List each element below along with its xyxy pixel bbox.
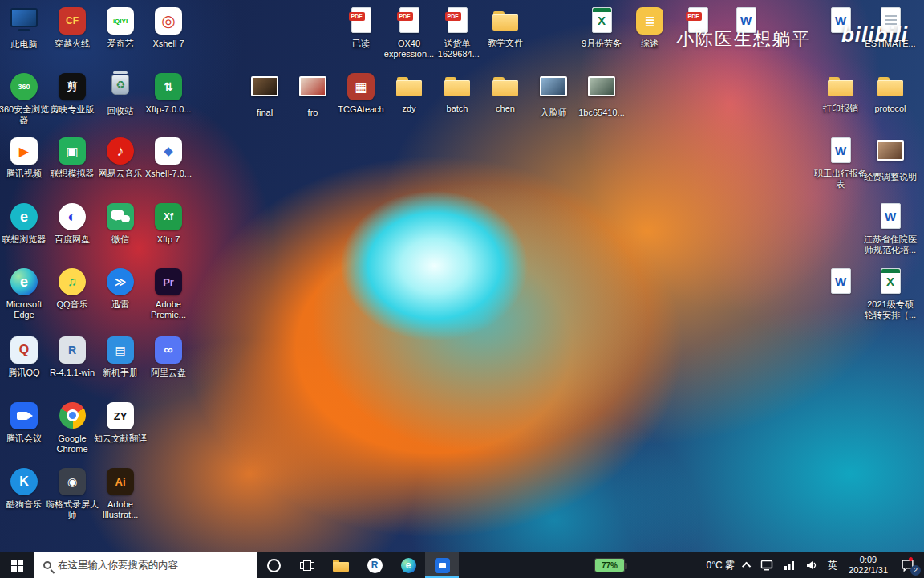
desktop-icon-label: 1bc65410... [573,108,630,118]
input-language-indicator[interactable]: 英 [823,552,842,578]
search-icon [43,561,51,569]
tile-icon: ∞ [154,336,183,365]
tile-icon: ◆ [154,137,183,166]
tile-icon: Q [10,336,38,365]
desktop-icon[interactable]: ⇅Xftp-7.0.0... [140,72,197,115]
tile-icon: Xf [154,203,183,232]
tile-icon: ⇅ [154,73,183,102]
desktop-icon-label: 江苏省住院医师规范化培... [861,234,919,255]
notification-red-dot [909,557,913,561]
pdf-icon: PDF [443,7,472,36]
start-button[interactable] [0,552,34,578]
folder-icon [876,72,905,101]
taskbar-left-group: Re [0,552,459,578]
tile-icon: ZY [106,402,135,431]
recycle-icon: ♻ [106,75,135,104]
battery-nub [625,563,627,569]
image-icon [587,76,616,105]
desktop-icon[interactable]: 1bc65410... [573,72,630,118]
taskbar-app-task-view[interactable] [290,552,324,578]
desktop-icon[interactable]: XfXftp 7 [140,202,197,245]
folder-icon [443,72,472,101]
folder-icon [491,72,520,101]
clock-date: 2022/1/31 [849,565,888,576]
desktop-icon-label: AdobeIllustrat... [91,499,149,520]
tile-icon: iQIYI [106,7,135,36]
desktop-icon[interactable]: 经费调整说明 [861,136,919,182]
tile-icon: CF [58,7,87,36]
taskbar-app-edge[interactable]: e [391,552,425,578]
taskbar-app-cortana[interactable] [257,552,290,578]
capture-app-icon [435,558,450,573]
chrome-icon [58,402,87,431]
image-icon [250,76,279,105]
search-input[interactable] [58,560,242,571]
task-view-icon [300,560,314,571]
tile-icon: 剪 [58,73,87,102]
battery-percent: 77% [602,561,618,570]
taskbar: Re 77% 0°C 雾 英 0:09 2022/1/31 [0,552,924,578]
desktop-icon-label: 知云文献翻译 [91,434,149,444]
network-tray-icon[interactable] [778,552,800,578]
monitor-icon [10,8,38,37]
tile-icon: R [58,336,87,365]
wechat-icon [106,203,135,232]
tile-icon: ▤ [106,336,135,365]
taskbar-app-file-explorer[interactable] [324,552,358,578]
desktop-icon-label: 阿里云盘 [140,368,197,378]
clock[interactable]: 0:09 2022/1/31 [842,555,894,576]
folder-icon [491,6,520,35]
weather-text[interactable]: 0°C 雾 [702,552,740,578]
desktop-icon[interactable]: ◎Xshell 7 [140,6,197,49]
volume-tray-icon[interactable] [800,552,823,578]
desktop-icon-label: 教学文件 [476,38,534,48]
tile-icon: ▣ [58,137,87,166]
desktop-icon[interactable]: ZY知云文献翻译 [91,401,149,444]
excel-icon: X [587,7,616,36]
desktop-icon[interactable]: ∞阿里云盘 [140,336,197,378]
taskbar-search[interactable] [34,552,257,578]
circle-icon: ♪ [106,137,135,166]
image-icon [539,76,568,105]
watermark-channel-name: 小陈医生想躺平 [676,27,811,51]
hidden-icons-button[interactable] [740,552,756,578]
desktop-icon-label: AdobePremie... [140,299,197,320]
circle-icon: ≫ [106,268,135,297]
taskbar-apps: Re [257,552,459,578]
desktop-icon[interactable]: ◆Xshell-7.0... [140,136,197,179]
cortana-icon [267,559,281,572]
excel-icon: X [876,268,905,297]
desktop-icon-label: Xshell 7 [140,39,197,49]
desktop-icon-label: 经费调整说明 [861,172,919,182]
edge-icon: e [10,268,38,297]
clock-time: 0:09 [849,555,888,565]
tile-icon: ≣ [635,7,664,36]
battery-indicator[interactable]: 77% [594,558,625,572]
display-tray-icon[interactable] [756,552,778,578]
word-icon: W [876,203,905,232]
desktop-icon[interactable]: AiAdobeIllustrat... [91,467,149,520]
pdf-icon: PDF [395,7,424,36]
desktop-icon[interactable]: PrAdobePremie... [140,267,197,320]
desktop: 此电脑CF穿越火线iQIYI爱奇艺◎Xshell 7PDF已读PDFOX40ex… [0,0,924,578]
circle-icon: e [10,203,38,232]
word-icon: W [826,137,855,166]
tile-icon: Ai [106,468,135,497]
desktop-icon[interactable]: 教学文件 [476,6,534,48]
taskbar-app-r-app[interactable]: R [358,552,391,578]
desktop-icon-label: 2021级专硕轮转安排（... [861,299,919,320]
tile-icon: ◉ [58,468,87,497]
desktop-icon[interactable]: protocol [861,72,919,114]
desktop-icon[interactable]: W江苏省住院医师规范化培... [861,202,919,255]
desktop-icon-label: 综述 [621,39,679,49]
action-center-button[interactable]: 2 [894,552,924,578]
taskbar-app-capture[interactable] [425,552,459,578]
desktop-icon[interactable]: X2021级专硕轮转安排（... [861,267,919,320]
camera-icon [10,402,38,431]
folder-icon [395,72,424,101]
tile-icon: ◎ [154,7,183,36]
bilibili-logo: bilibili [841,22,908,47]
chevron-up-icon [742,562,751,571]
circle-icon: K [10,468,38,497]
file-explorer-icon [333,560,349,572]
